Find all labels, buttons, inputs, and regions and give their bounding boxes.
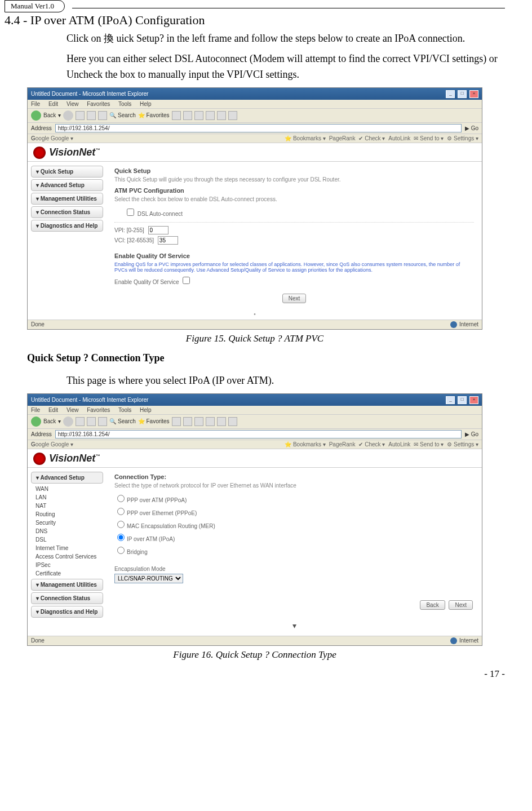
- next-button[interactable]: Next: [282, 294, 307, 303]
- refresh-icon[interactable]: [87, 111, 96, 120]
- sidebar-item-advanced-setup[interactable]: ▾ Advanced Setup: [31, 472, 103, 484]
- edit-icon[interactable]: [217, 111, 226, 120]
- radio-mer[interactable]: [117, 521, 125, 528]
- home-icon[interactable]: [98, 111, 107, 120]
- google-bookmarks[interactable]: ⭐ Bookmarks ▾: [285, 441, 326, 447]
- address-input[interactable]: http://192.168.1.254/: [55, 430, 462, 438]
- media-icon[interactable]: [172, 111, 181, 120]
- vci-input[interactable]: [158, 236, 178, 245]
- sidebar-sub-routing[interactable]: Routing: [36, 511, 103, 518]
- opt-mer: MAC Encapsulation Routing (MER): [127, 523, 215, 529]
- sidebar-item-connection-status[interactable]: ▾ Connection Status: [31, 206, 103, 218]
- discuss-icon[interactable]: [228, 111, 237, 120]
- favorites-label[interactable]: ⭐ Favorites: [138, 112, 170, 118]
- favorites-label[interactable]: ⭐ Favorites: [138, 418, 170, 424]
- sidebar-sub-lan[interactable]: LAN: [36, 494, 103, 501]
- minimize-icon[interactable]: _: [446, 90, 455, 98]
- radio-pppoa[interactable]: [117, 495, 125, 502]
- logo-gear-icon: [33, 453, 46, 465]
- discuss-icon[interactable]: [228, 417, 237, 426]
- menu-help[interactable]: Help: [140, 101, 152, 107]
- google-settings[interactable]: ⚙ Settings ▾: [447, 441, 478, 447]
- menu-edit[interactable]: Edit: [48, 101, 58, 107]
- opt-ipoa: IP over ATM (IPoA): [127, 536, 175, 542]
- print-icon[interactable]: [206, 417, 215, 426]
- minimize-icon[interactable]: _: [446, 396, 455, 404]
- go-button[interactable]: ▶ Go: [465, 125, 478, 131]
- google-settings[interactable]: ⚙ Settings ▾: [447, 135, 478, 141]
- print-icon[interactable]: [206, 111, 215, 120]
- screenshot-quick-setup-atm: Untitled Document - Microsoft Internet E…: [27, 87, 482, 330]
- refresh-icon[interactable]: [87, 417, 96, 426]
- edit-icon[interactable]: [217, 417, 226, 426]
- sidebar-sub-internet-time[interactable]: Internet Time: [36, 544, 103, 552]
- search-label[interactable]: 🔍 Search: [109, 112, 135, 118]
- sidebar-item-management-utilities[interactable]: ▾ Management Utilities: [31, 579, 103, 591]
- menu-edit[interactable]: Edit: [48, 407, 58, 413]
- search-label[interactable]: 🔍 Search: [109, 418, 135, 424]
- dsl-autoconnect-checkbox[interactable]: [127, 209, 134, 216]
- address-input[interactable]: http://192.168.1.254/: [55, 124, 462, 132]
- sidebar-sub-security[interactable]: Security: [36, 519, 103, 526]
- back-icon[interactable]: [31, 416, 41, 427]
- sidebar-sub-ipsec[interactable]: IPSec: [36, 561, 103, 569]
- history-icon[interactable]: [183, 417, 192, 426]
- sidebar-item-diagnostics[interactable]: ▾ Diagnostics and Help: [31, 606, 103, 618]
- encap-select[interactable]: LLC/SNAP-ROUTING: [114, 574, 183, 583]
- radio-ipoa[interactable]: [117, 534, 125, 541]
- radio-pppoe[interactable]: [117, 508, 125, 515]
- google-bookmarks[interactable]: ⭐ Bookmarks ▾: [285, 135, 326, 141]
- sidebar-sub-wan[interactable]: WAN: [36, 485, 103, 493]
- back-icon[interactable]: [31, 110, 41, 121]
- close-icon[interactable]: ×: [469, 396, 478, 404]
- google-pagerank[interactable]: PageRank: [329, 135, 356, 141]
- forward-icon[interactable]: [63, 416, 73, 427]
- menu-tools[interactable]: Tools: [118, 101, 131, 107]
- vpi-input[interactable]: [148, 226, 169, 234]
- sidebar-item-quick-setup[interactable]: ▾ Quick Setup: [31, 166, 103, 178]
- menu-view[interactable]: View: [66, 407, 79, 413]
- google-autolink[interactable]: AutoLink: [388, 441, 410, 447]
- media-icon[interactable]: [172, 417, 181, 426]
- menu-file[interactable]: File: [31, 101, 40, 107]
- sidebar-sub-dsl[interactable]: DSL: [36, 536, 103, 543]
- sidebar-sub-dns[interactable]: DNS: [36, 528, 103, 535]
- google-sendto[interactable]: ✉ Send to ▾: [414, 441, 444, 447]
- menu-file[interactable]: File: [31, 407, 40, 413]
- maximize-icon[interactable]: □: [458, 90, 467, 98]
- google-check[interactable]: ✔ Check ▾: [358, 135, 385, 141]
- sidebar-sub-certificate[interactable]: Certificate: [36, 570, 103, 577]
- menu-favorites[interactable]: Favorites: [87, 407, 110, 413]
- back-button[interactable]: Back: [420, 600, 445, 610]
- stop-icon[interactable]: [76, 111, 85, 120]
- stop-icon[interactable]: [76, 417, 85, 426]
- menu-tools[interactable]: Tools: [118, 407, 131, 413]
- sidebar-item-diagnostics[interactable]: ▾ Diagnostics and Help: [31, 220, 103, 232]
- qos-heading: Enable Quality Of Service: [114, 252, 474, 259]
- sidebar-sub-nat[interactable]: NAT: [36, 502, 103, 509]
- next-button[interactable]: Next: [449, 600, 473, 610]
- sidebar-item-advanced-setup[interactable]: ▾ Advanced Setup: [31, 179, 103, 191]
- sidebar-sub-access-control[interactable]: Access Control Services: [36, 553, 103, 560]
- sidebar-item-connection-status[interactable]: ▾ Connection Status: [31, 592, 103, 604]
- google-sendto[interactable]: ✉ Send to ▾: [414, 135, 444, 141]
- google-check[interactable]: ✔ Check ▾: [358, 441, 385, 447]
- mail-icon[interactable]: [194, 417, 203, 426]
- sidebar-item-management-utilities[interactable]: ▾ Management Utilities: [31, 193, 103, 205]
- menu-favorites[interactable]: Favorites: [87, 101, 110, 107]
- forward-icon[interactable]: [63, 110, 73, 121]
- menu-view[interactable]: View: [66, 101, 79, 107]
- maximize-icon[interactable]: □: [458, 396, 467, 404]
- home-icon[interactable]: [98, 417, 107, 426]
- close-icon[interactable]: ×: [469, 90, 478, 98]
- google-autolink[interactable]: AutoLink: [388, 135, 410, 141]
- vci-label: VCI: [32-65535]: [114, 237, 154, 243]
- qos-checkbox[interactable]: [183, 277, 190, 284]
- go-button[interactable]: ▶ Go: [465, 431, 478, 437]
- radio-bridging[interactable]: [117, 547, 125, 554]
- google-pagerank[interactable]: PageRank: [329, 441, 356, 447]
- logo-brand: VisionNet™: [49, 453, 100, 464]
- menu-help[interactable]: Help: [140, 407, 152, 413]
- mail-icon[interactable]: [194, 111, 203, 120]
- history-icon[interactable]: [183, 111, 192, 120]
